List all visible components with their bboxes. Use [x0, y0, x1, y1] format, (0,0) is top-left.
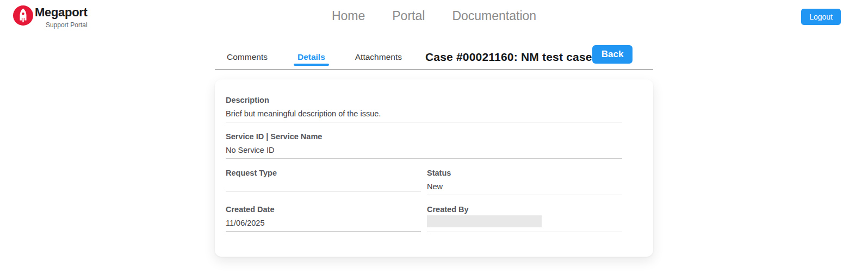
app-header: Megaport Support Portal Home Portal Docu… [0, 0, 868, 33]
brand: Megaport Support Portal [13, 5, 88, 29]
brand-name: Megaport [35, 5, 88, 20]
redacted-value-box [427, 215, 542, 227]
tab-attachments[interactable]: Attachments [351, 45, 406, 69]
field-value: 11/06/2025 [226, 218, 421, 232]
field-value: No Service ID [226, 145, 622, 159]
field-label: Service ID | Service Name [226, 132, 622, 141]
field-label: Status [427, 169, 622, 178]
main-nav: Home Portal Documentation [332, 9, 536, 23]
tab-details[interactable]: Details [294, 45, 329, 69]
case-header: Comments Details Attachments Case #00021… [215, 45, 653, 70]
field-value: Brief but meaningful description of the … [226, 109, 622, 122]
field-label: Created By [427, 205, 622, 214]
field-label: Description [226, 96, 622, 105]
field-created-by: Created By [427, 205, 622, 232]
field-value [226, 182, 421, 191]
megaport-logo-icon [13, 5, 33, 26]
field-description: Description Brief but meaningful descrip… [226, 96, 622, 122]
details-fields: Description Brief but meaningful descrip… [226, 86, 622, 232]
field-service-id: Service ID | Service Name No Service ID [226, 132, 622, 159]
field-label: Created Date [226, 205, 421, 214]
nav-portal[interactable]: Portal [392, 9, 425, 23]
field-status: Status New [427, 169, 622, 195]
logout-button[interactable]: Logout [801, 9, 841, 25]
field-label: Request Type [226, 169, 421, 178]
field-value: New [427, 182, 622, 195]
field-request-type: Request Type [226, 169, 421, 195]
tabs: Comments Details Attachments [223, 45, 406, 69]
field-created-date: Created Date 11/06/2025 [226, 205, 421, 232]
tab-comments[interactable]: Comments [223, 45, 271, 69]
brand-subtitle: Support Portal [35, 21, 88, 29]
case-title: Case #00021160: NM test case [425, 51, 592, 64]
nav-documentation[interactable]: Documentation [452, 9, 536, 23]
case-page: Comments Details Attachments Case #00021… [215, 45, 653, 257]
nav-home[interactable]: Home [332, 9, 365, 23]
field-value [427, 215, 622, 232]
details-card: Description Brief but meaningful descrip… [215, 79, 653, 257]
back-button[interactable]: Back [592, 45, 633, 64]
